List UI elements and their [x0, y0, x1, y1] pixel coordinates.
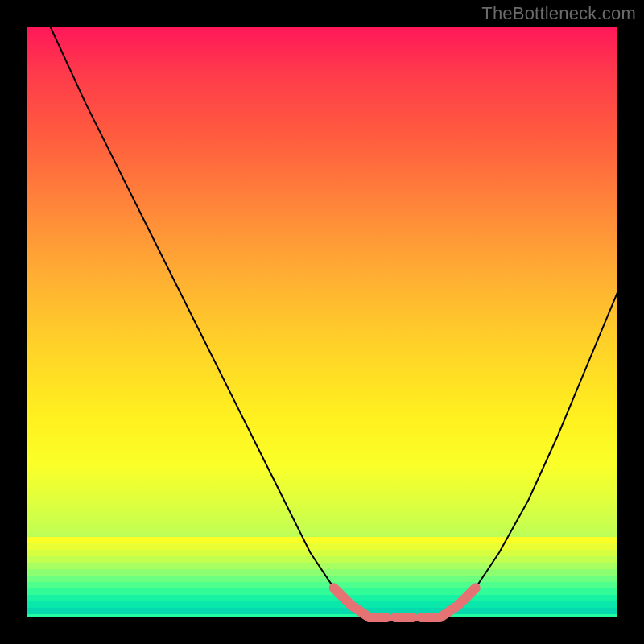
curve-left	[50, 27, 369, 617]
highlight-right	[440, 588, 476, 617]
curve-right	[440, 292, 617, 617]
watermark-text: TheBottleneck.com	[481, 3, 636, 24]
chart-frame: TheBottleneck.com	[0, 0, 644, 644]
highlight-left	[334, 588, 369, 617]
chart-svg	[27, 27, 617, 617]
